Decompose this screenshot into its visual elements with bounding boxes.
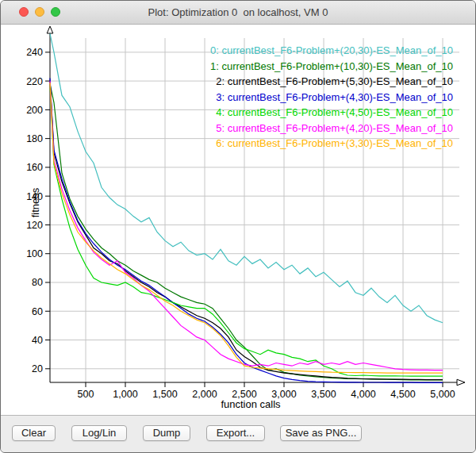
legend-item: 5: currentBest_F6-Problem+(4,20)-ES_Mean… — [210, 121, 453, 136]
y-tick-label: 80 — [32, 277, 43, 288]
y-tick-label: 100 — [26, 248, 43, 259]
save-as-png-button[interactable]: Save as PNG... — [280, 425, 362, 441]
y-tick-label: 60 — [32, 306, 43, 317]
x-tick-label: 3,500 — [311, 389, 336, 400]
x-axis-arrow-icon — [457, 379, 465, 386]
x-tick-label: 1,000 — [113, 389, 137, 400]
legend-item: 4: currentBest_F6-Problem+(4,50)-ES_Mean… — [210, 105, 453, 121]
export-button[interactable]: Export... — [206, 425, 265, 441]
legend-item: 0: currentBest_F6-Problem+(20,30)-ES_Mea… — [210, 43, 453, 59]
y-tick-label: 20 — [32, 363, 43, 374]
x-tick-label: 1,500 — [152, 389, 177, 400]
x-tick-label: 500 — [78, 389, 94, 400]
x-tick-label: 5,000 — [430, 389, 455, 400]
y-axis-arrow-icon — [47, 26, 53, 33]
y-tick-label: 240 — [26, 47, 43, 58]
y-tick-label: 200 — [26, 105, 43, 116]
chart-legend: 0: currentBest_F6-Problem+(20,30)-ES_Mea… — [210, 43, 453, 152]
x-axis-label: function calls — [191, 398, 310, 410]
legend-item: 2: currentBest_F6-Problem+(5,30)-ES_Mean… — [210, 74, 453, 90]
y-tick-label: 220 — [26, 76, 43, 87]
title-bar[interactable]: Plot: Optimization 0 on localhost, VM 0 — [1, 1, 475, 25]
legend-item: 3: currentBest_F6-Problem+(4,30)-ES_Mean… — [210, 90, 453, 106]
plot-window: Plot: Optimization 0 on localhost, VM 0 … — [0, 0, 476, 453]
clear-button[interactable]: Clear — [12, 425, 56, 441]
dump-button[interactable]: Dump — [143, 425, 190, 441]
y-tick-label: 40 — [32, 335, 43, 346]
y-tick-label: 180 — [26, 133, 43, 144]
log-lin-button[interactable]: Log/Lin — [71, 425, 127, 441]
x-tick-label: 4,500 — [390, 389, 415, 400]
window-title: Plot: Optimization 0 on localhost, VM 0 — [1, 1, 475, 24]
x-tick-label: 4,000 — [351, 389, 375, 400]
legend-item: 6: currentBest_F6-Problem+(3,30)-ES_Mean… — [210, 136, 453, 152]
button-bar: Clear Log/Lin Dump Export... Save as PNG… — [1, 416, 475, 452]
y-tick-label: 120 — [26, 220, 43, 231]
chart-panel: 204060801001201401601802002202405001,000… — [1, 25, 475, 416]
y-axis-label: fitness — [29, 188, 41, 218]
y-tick-label: 160 — [26, 162, 43, 173]
legend-item: 1: currentBest_F6-Problem+(10,30)-ES_Mea… — [210, 59, 453, 75]
